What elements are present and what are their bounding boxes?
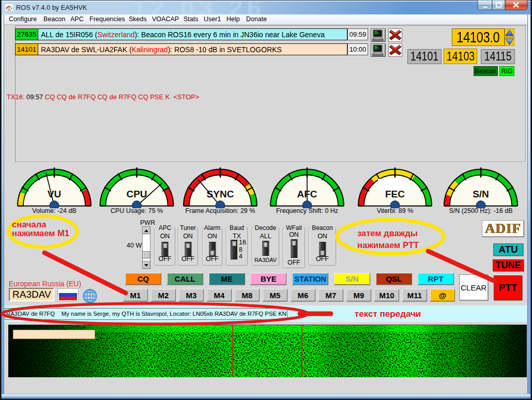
svg-text:Frequency Shift: 0 Hz: Frequency Shift: 0 Hz — [276, 207, 338, 214]
svg-text:VU: VU — [48, 189, 61, 199]
svg-text:SYNC: SYNC — [207, 189, 234, 199]
svg-text:S/N: S/N — [473, 189, 489, 199]
svg-text:Frame Acquisition: 29 %: Frame Acquisition: 29 % — [186, 207, 255, 214]
svg-text:AFC: AFC — [297, 189, 317, 199]
svg-text:CPU Usage: 75 %: CPU Usage: 75 % — [111, 207, 163, 214]
svg-text:Viterbi: 89 %: Viterbi: 89 % — [377, 207, 414, 214]
svg-text:CPU: CPU — [126, 189, 147, 199]
svg-text:FEC: FEC — [385, 189, 405, 199]
svg-text:Volume: -24 dB: Volume: -24 dB — [32, 207, 76, 214]
svg-text:S/N (2500 Hz): -16 dB: S/N (2500 Hz): -16 dB — [449, 207, 513, 214]
